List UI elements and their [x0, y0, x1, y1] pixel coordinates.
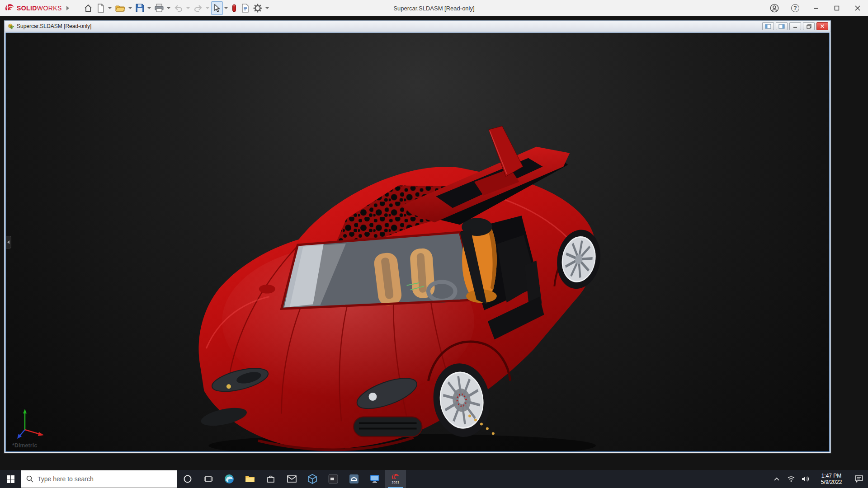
select-tool-dropdown[interactable]	[224, 7, 228, 9]
app-icon-mail[interactable]	[281, 470, 302, 488]
task-view-button[interactable]	[198, 470, 219, 488]
doc-minimize-icon	[793, 24, 797, 28]
open-button[interactable]	[113, 1, 127, 15]
start-button[interactable]	[0, 470, 21, 488]
file-properties-button[interactable]	[239, 1, 251, 15]
screen: Supercar.SLDASM [Read-only] SOLIDWORKS	[0, 0, 868, 488]
print-dropdown[interactable]	[167, 7, 170, 9]
doc-close-button[interactable]	[816, 22, 828, 30]
volume-button[interactable]	[798, 470, 813, 488]
doc-minimize-button[interactable]	[789, 22, 801, 30]
store-icon	[266, 474, 275, 483]
help-icon: ?	[791, 4, 799, 12]
app-titlebar: Supercar.SLDASM [Read-only] SOLIDWORKS	[0, 0, 868, 16]
search-input[interactable]	[38, 475, 172, 483]
xpress-products-button[interactable]	[230, 1, 239, 15]
clock-time: 1:47 PM	[821, 473, 842, 479]
toolbar-flyout-arrow-icon[interactable]	[66, 6, 69, 10]
cortana-icon	[183, 474, 192, 483]
clock-date: 5/9/2022	[821, 479, 842, 485]
doc-restore-button[interactable]	[803, 22, 815, 30]
print-icon	[155, 4, 164, 12]
print-button[interactable]	[153, 1, 165, 15]
app-icon-file-explorer[interactable]	[240, 470, 260, 488]
minimize-icon	[813, 5, 819, 11]
new-document-dropdown[interactable]	[108, 7, 112, 9]
pane-left-button[interactable]	[762, 22, 774, 30]
app-icon-monitor[interactable]	[364, 470, 385, 488]
featuremanager-collapse-tab[interactable]	[6, 236, 11, 249]
home-button[interactable]	[82, 1, 94, 15]
red-capsule-icon	[231, 4, 237, 12]
search-icon	[26, 475, 33, 483]
taskbar-search[interactable]	[21, 470, 177, 488]
edrawings-icon	[349, 474, 359, 484]
file-explorer-icon	[245, 475, 255, 483]
view-orientation-label: *Dimetric	[12, 442, 37, 449]
hidden-icons-button[interactable]	[769, 470, 784, 488]
chevron-up-icon	[774, 477, 779, 481]
app-icon-dark-tile[interactable]	[323, 470, 344, 488]
network-icon	[787, 476, 795, 482]
close-icon	[855, 5, 860, 11]
account-icon	[770, 4, 779, 13]
pane-left-icon	[765, 24, 771, 29]
redo-button[interactable]	[192, 1, 204, 15]
action-center-button[interactable]	[850, 470, 868, 488]
redo-icon	[193, 4, 203, 12]
solidworks-brand: SOLIDWORKS	[0, 3, 62, 13]
windows-logo-icon	[7, 475, 14, 483]
solidworks-taskbar-tile: 2021	[392, 474, 400, 484]
account-button[interactable]	[764, 0, 785, 16]
save-button[interactable]	[134, 1, 146, 15]
new-document-icon	[97, 4, 105, 13]
select-tool-button[interactable]	[211, 1, 223, 15]
undo-icon	[174, 4, 183, 12]
app-icon-edge[interactable]	[219, 470, 240, 488]
help-button[interactable]: ?	[785, 0, 806, 16]
select-cursor-icon	[213, 4, 221, 12]
taskbar-clock[interactable]: 1:47 PM 5/9/2022	[813, 470, 850, 488]
orientation-triad[interactable]	[14, 406, 47, 440]
solidworks-wordmark: SOLIDWORKS	[17, 5, 62, 12]
solidworks-logo-icon	[5, 3, 14, 13]
doc-close-icon	[820, 24, 825, 28]
document-titlebar[interactable]: Supercar.SLDASM [Read-only]	[5, 21, 830, 32]
assembly-document-icon	[7, 23, 14, 30]
app-icon-solidworks[interactable]: 2021	[385, 470, 406, 488]
doc-restore-icon	[807, 24, 811, 29]
minimize-button[interactable]	[806, 0, 826, 16]
document-window: Supercar.SLDASM [Read-only]	[4, 20, 831, 453]
app-icon-store[interactable]	[260, 470, 281, 488]
task-view-icon	[204, 475, 213, 483]
graphics-viewport[interactable]: *Dimetric	[5, 33, 830, 452]
mdi-workspace: Supercar.SLDASM [Read-only]	[0, 17, 868, 470]
open-folder-icon	[115, 4, 125, 12]
close-button[interactable]	[847, 0, 868, 16]
solidworks-year-badge: 2021	[392, 481, 400, 484]
mail-icon	[287, 475, 297, 483]
options-dropdown[interactable]	[265, 7, 269, 9]
save-dropdown[interactable]	[147, 7, 151, 9]
home-icon	[84, 4, 93, 13]
pane-right-button[interactable]	[776, 22, 788, 30]
open-dropdown[interactable]	[128, 7, 132, 9]
solidworks-taskbar-icon	[392, 474, 400, 480]
new-document-button[interactable]	[95, 1, 107, 15]
app-icon-edrawings[interactable]	[344, 470, 364, 488]
document-window-controls	[762, 22, 828, 30]
3d-model-supercar[interactable]	[6, 33, 829, 451]
undo-dropdown[interactable]	[186, 7, 190, 9]
main-toolbar	[82, 1, 270, 15]
file-properties-icon	[241, 4, 249, 13]
options-button[interactable]	[251, 1, 264, 15]
undo-button[interactable]	[172, 1, 185, 15]
maximize-button[interactable]	[826, 0, 847, 16]
redo-dropdown[interactable]	[206, 7, 209, 9]
taskbar: 2021	[0, 470, 868, 488]
app-icon-3d-viewer[interactable]	[302, 470, 323, 488]
cube-icon	[308, 474, 317, 484]
cortana-button[interactable]	[177, 470, 198, 488]
window-controls: ?	[764, 0, 868, 16]
network-button[interactable]	[784, 470, 798, 488]
